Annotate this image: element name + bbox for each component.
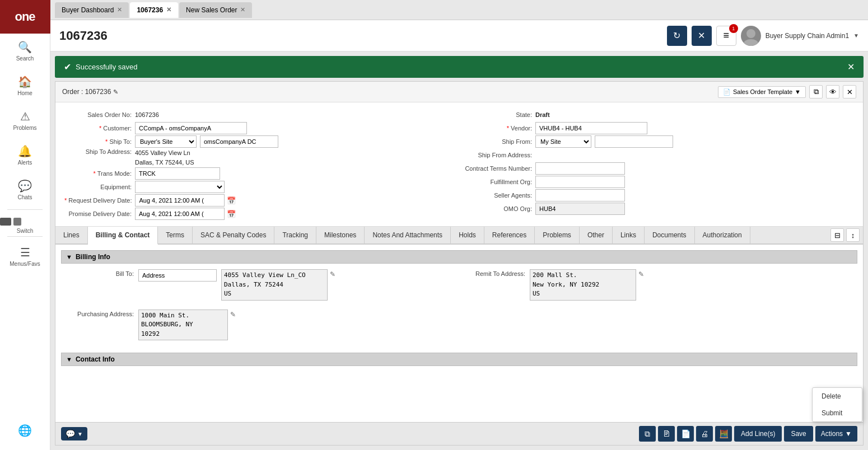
tab-buyer-dashboard[interactable]: Buyer Dashboard ✕ bbox=[55, 2, 129, 18]
action-submit[interactable]: Submit bbox=[813, 405, 862, 421]
tab-close-new-sales-order[interactable]: ✕ bbox=[240, 7, 245, 13]
ship-to-label: Ship To: bbox=[64, 138, 132, 145]
close-button[interactable]: ✕ bbox=[692, 26, 712, 46]
menus-icon: ☰ bbox=[20, 246, 30, 259]
page-header: 1067236 ↻ ✕ ≡ 1 Buyer Supply Chain Admin… bbox=[50, 20, 868, 51]
ship-to-dc-input[interactable] bbox=[200, 135, 278, 148]
sidebar-item-alerts[interactable]: 🔔 Alerts bbox=[0, 138, 50, 172]
purchasing-edit-icon[interactable]: ✎ bbox=[230, 311, 236, 318]
sidebar-item-search[interactable]: 🔍 Search bbox=[0, 34, 50, 68]
tab-tracking[interactable]: Tracking bbox=[274, 227, 316, 243]
panel-close-btn[interactable]: ✕ bbox=[843, 85, 856, 99]
eye-icon-btn[interactable]: 👁 bbox=[826, 85, 839, 99]
calc-tool-button[interactable]: 🧮 bbox=[715, 426, 732, 442]
order-label-text: Order : 1067236 bbox=[62, 88, 111, 96]
tab-milestones[interactable]: Milestones bbox=[316, 227, 365, 243]
sidebar-item-menus[interactable]: ☰ Menus/Favs bbox=[0, 239, 50, 274]
ship-from-extra-input[interactable] bbox=[595, 135, 673, 148]
calendar-icon-request[interactable]: 📅 bbox=[227, 196, 236, 205]
print-tool-button[interactable]: 🖨 bbox=[696, 426, 713, 442]
calendar-icon-promise[interactable]: 📅 bbox=[227, 210, 236, 218]
sidebar: one 🔍 Search 🏠 Home ⚠ Problems 🔔 Alerts … bbox=[0, 0, 50, 450]
ship-from-label: Ship From: bbox=[465, 138, 532, 145]
user-area[interactable]: Buyer Supply Chain Admin1 ▼ bbox=[741, 26, 859, 46]
edit-order-icon[interactable]: ✎ bbox=[113, 88, 118, 96]
tab-holds[interactable]: Holds bbox=[451, 227, 484, 243]
ship-to-select[interactable]: Buyer's Site bbox=[135, 135, 197, 148]
menu-button[interactable]: ≡ 1 bbox=[716, 26, 736, 46]
tab-close-1067236[interactable]: ✕ bbox=[166, 7, 171, 13]
template-button[interactable]: 📄 Sales Order Template ▼ bbox=[718, 86, 806, 98]
sidebar-item-chats[interactable]: 💬 Chats bbox=[0, 172, 50, 207]
ship-from-select[interactable]: My Site bbox=[535, 135, 591, 148]
tab-1067236[interactable]: 1067236 ✕ bbox=[130, 2, 178, 18]
tab-notes-attachments[interactable]: Notes And Attachments bbox=[365, 227, 451, 243]
sidebar-switch-label: Switch bbox=[17, 228, 33, 234]
billing-toggle-icon: ▼ bbox=[66, 254, 72, 260]
seller-agents-input[interactable] bbox=[535, 189, 625, 201]
tab-collapse-icon[interactable]: ⊟ bbox=[830, 228, 844, 242]
chat-button[interactable]: 💬 ▼ bbox=[61, 427, 87, 440]
contact-info-section-header[interactable]: ▼ Contact Info bbox=[61, 353, 857, 366]
switch-icon2 bbox=[13, 218, 21, 226]
bill-to-edit-icon[interactable]: ✎ bbox=[330, 270, 335, 278]
copy-icon-btn[interactable]: ⧉ bbox=[809, 85, 823, 99]
view-tool-button[interactable]: 🖹 bbox=[658, 426, 675, 442]
template-label: Sales Order Template bbox=[733, 88, 792, 95]
equipment-select[interactable] bbox=[135, 181, 225, 193]
tab-expand-icon[interactable]: ↕ bbox=[846, 228, 860, 242]
fulfillment-org-input[interactable] bbox=[535, 176, 625, 188]
add-lines-button[interactable]: Add Line(s) bbox=[734, 426, 782, 442]
sidebar-item-label: Chats bbox=[17, 194, 32, 200]
remit-to-row: Remit To Address: 200 Mall St. New York,… bbox=[464, 269, 846, 301]
alerts-icon: 🔔 bbox=[18, 144, 32, 158]
bill-to-type-input[interactable] bbox=[138, 269, 217, 282]
app-logo[interactable]: one bbox=[0, 0, 50, 34]
refresh-button[interactable]: ↻ bbox=[667, 26, 687, 46]
customer-input[interactable] bbox=[135, 122, 247, 134]
tab-lines[interactable]: Lines bbox=[55, 227, 88, 243]
tab-terms[interactable]: Terms bbox=[158, 227, 193, 243]
tab-references[interactable]: References bbox=[484, 227, 535, 243]
trans-mode-input[interactable] bbox=[135, 167, 220, 180]
actions-dropdown-button[interactable]: Actions ▼ bbox=[815, 426, 857, 442]
sidebar-divider bbox=[7, 209, 42, 210]
sidebar-divider2 bbox=[7, 236, 42, 237]
promise-delivery-label: Promise Delivery Date: bbox=[64, 210, 132, 217]
chat-arrow: ▼ bbox=[77, 431, 83, 437]
action-delete[interactable]: Delete bbox=[813, 388, 862, 405]
toolbar-left: 💬 ▼ bbox=[61, 427, 87, 440]
sales-order-no-row: Sales Order No: 1067236 bbox=[64, 108, 454, 121]
tab-problems[interactable]: Problems bbox=[535, 227, 580, 243]
order-header-actions: 📄 Sales Order Template ▼ ⧉ 👁 ✕ bbox=[718, 85, 856, 99]
vendor-input[interactable] bbox=[535, 122, 647, 134]
sidebar-item-problems[interactable]: ⚠ Problems bbox=[0, 103, 50, 138]
tab-links[interactable]: Links bbox=[613, 227, 645, 243]
equipment-label: Equipment: bbox=[64, 184, 132, 190]
promise-delivery-input[interactable] bbox=[135, 208, 225, 220]
tab-documents[interactable]: Documents bbox=[645, 227, 695, 243]
tab-close-buyer-dashboard[interactable]: ✕ bbox=[117, 7, 122, 13]
tab-other[interactable]: Other bbox=[580, 227, 613, 243]
sidebar-item-home[interactable]: 🏠 Home bbox=[0, 68, 50, 103]
tab-billing-contact[interactable]: Billing & Contact bbox=[88, 227, 158, 245]
sidebar-item-globe[interactable]: 🌐 bbox=[0, 417, 50, 446]
remit-to-edit-icon[interactable]: ✎ bbox=[638, 270, 644, 278]
order-panel: Order : 1067236 ✎ 📄 Sales Order Template… bbox=[55, 81, 864, 446]
tab-new-sales-order[interactable]: New Sales Order ✕ bbox=[179, 2, 252, 18]
save-button[interactable]: Save bbox=[784, 426, 813, 442]
doc-tool-button[interactable]: 📄 bbox=[677, 426, 694, 442]
tab-authorization[interactable]: Authorization bbox=[695, 227, 750, 243]
request-delivery-input[interactable] bbox=[135, 194, 225, 207]
contract-terms-input[interactable] bbox=[535, 162, 625, 175]
chat-icon: 💬 bbox=[66, 429, 75, 438]
ship-from-row: Ship From: My Site bbox=[465, 135, 854, 148]
copy-tool-button[interactable]: ⧉ bbox=[639, 426, 656, 442]
ship-to-address-label: Ship To Address: bbox=[64, 148, 132, 155]
ship-from-address-label: Ship From Address: bbox=[465, 152, 532, 158]
tab-sac-penalty-codes[interactable]: SAC & Penalty Codes bbox=[193, 227, 274, 243]
success-text: Successfully saved bbox=[76, 63, 138, 71]
banner-close-button[interactable]: ✕ bbox=[847, 62, 855, 72]
notification-badge: 1 bbox=[729, 24, 738, 33]
billing-info-section-header[interactable]: ▼ Billing Info bbox=[61, 250, 857, 264]
